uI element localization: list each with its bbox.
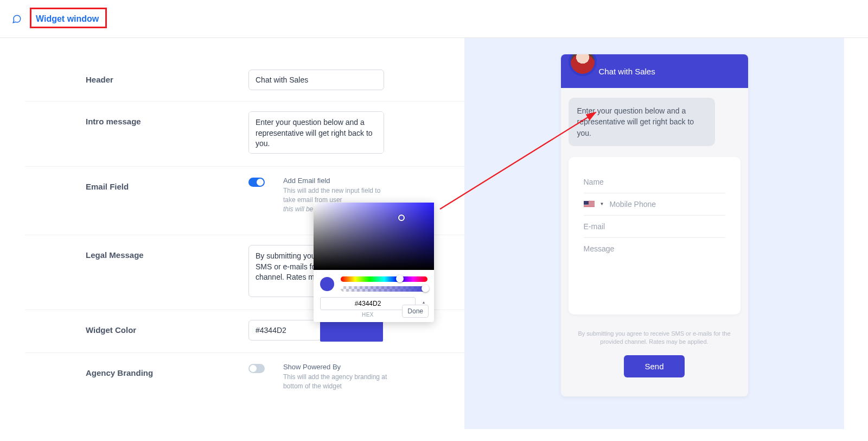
header-input[interactable] (248, 70, 384, 90)
email-toggle-title: Add Email field (283, 177, 392, 185)
label-agency: Agency Branding (86, 363, 248, 377)
preview-pane: Chat with Sales Enter your question belo… (464, 38, 844, 429)
avatar (569, 54, 597, 76)
widget-color-swatch[interactable] (320, 320, 383, 342)
color-preview-dot (320, 277, 334, 291)
phone-placeholder: Mobile Phone (609, 200, 656, 209)
agency-toggle-desc: This will add the agency branding at bot… (283, 373, 392, 391)
hex-input[interactable] (320, 297, 416, 310)
done-button[interactable]: Done (402, 305, 429, 318)
label-widget-color: Widget Color (86, 320, 248, 335)
chat-widget: Chat with Sales Enter your question belo… (561, 54, 748, 396)
intro-bubble: Enter your question below and a represen… (569, 98, 715, 146)
widget-legal-text: By submitting you agree to receive SMS o… (561, 314, 748, 346)
name-field[interactable]: Name (584, 171, 725, 193)
label-header: Header (86, 70, 248, 84)
email-field-preview[interactable]: E-mail (584, 216, 725, 238)
flag-us-icon[interactable] (584, 201, 595, 207)
form-card: Name ▼ Mobile Phone E-mail Message (569, 157, 741, 314)
sv-plane[interactable] (314, 203, 434, 270)
widget-header: Chat with Sales (561, 54, 748, 88)
label-email-field: Email Field (86, 177, 248, 191)
chevron-down-icon[interactable]: ▼ (600, 201, 604, 206)
label-intro: Intro message (86, 111, 248, 126)
hex-label: HEX (320, 312, 416, 318)
chat-icon (12, 14, 22, 24)
sv-cursor[interactable] (398, 215, 405, 221)
hue-slider[interactable] (341, 276, 427, 282)
phone-field[interactable]: ▼ Mobile Phone (584, 193, 725, 216)
message-field[interactable]: Message (584, 238, 725, 260)
email-toggle-desc: This will add the new input field to tak… (283, 186, 392, 205)
annotation-highlight (30, 8, 107, 28)
intro-textarea[interactable]: Enter your question below and a represen… (248, 111, 384, 154)
agency-toggle-title: Show Powered By (283, 363, 392, 371)
agency-toggle[interactable] (248, 364, 265, 373)
alpha-knob[interactable] (422, 285, 429, 292)
color-picker[interactable]: HEX ▲ ▼ Done (314, 203, 434, 322)
send-button[interactable]: Send (624, 355, 684, 377)
email-toggle[interactable] (248, 178, 265, 187)
label-legal: Legal Message (86, 245, 248, 260)
widget-header-title: Chat with Sales (599, 67, 655, 76)
alpha-slider[interactable] (341, 286, 427, 292)
widget-color-input[interactable] (248, 320, 322, 341)
hue-knob[interactable] (396, 275, 404, 282)
